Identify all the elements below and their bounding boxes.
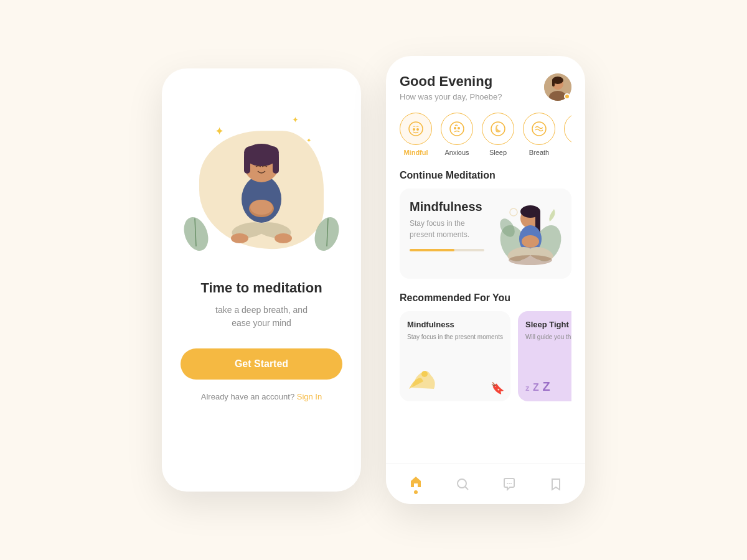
sparkle-icon-1: ✦: [215, 124, 224, 138]
main-title: Time to meditation: [200, 280, 322, 296]
svg-point-11: [250, 200, 273, 215]
svg-point-48: [510, 483, 512, 484]
mood-item-anxious[interactable]: Anxious: [441, 113, 473, 156]
svg-point-47: [509, 483, 510, 484]
mood-item-breath[interactable]: Breath: [523, 113, 555, 156]
mood-mindful-label: Mindful: [403, 149, 428, 156]
recommended-section-title: Recommended For You: [400, 292, 571, 304]
rec-card-1-figure: [406, 363, 440, 396]
sparkle-icon-2: ✦: [292, 115, 299, 124]
svg-point-28: [491, 122, 505, 136]
svg-point-25: [450, 122, 464, 136]
continue-section-title: Continue Meditation: [400, 170, 571, 181]
meditation-illustration: [209, 109, 314, 252]
greeting-title: Good Evening: [400, 73, 502, 90]
home-icon: [409, 475, 423, 488]
rec-card-1-bookmark: 🔖: [491, 381, 504, 395]
rec-card-2-title: Sleep Tight: [525, 320, 571, 329]
recommended-scroll: Mindfulness Stay focus in the present mo…: [400, 311, 571, 406]
illustration-area: ✦ ✦ ✦: [181, 87, 342, 274]
svg-point-38: [522, 235, 539, 248]
mood-row: Mindful Anxious: [400, 113, 571, 156]
mood-breath-label: Breath: [529, 149, 549, 156]
svg-rect-21: [552, 79, 555, 86]
search-icon: [456, 477, 469, 491]
svg-point-26: [454, 127, 456, 129]
nav-search[interactable]: [456, 477, 469, 491]
get-started-button[interactable]: Get Started: [181, 348, 342, 380]
mood-anxious-icon: [441, 113, 473, 145]
mood-anxious-label: Anxious: [444, 149, 469, 156]
mood-sleep-label: Sleep: [489, 149, 507, 156]
svg-point-2: [311, 214, 339, 253]
zzz-icon: z Z Z: [525, 380, 550, 394]
header-row: Good Evening How was your day, Phoebe?: [400, 73, 571, 101]
greeting-subtitle: How was your day, Phoebe?: [400, 92, 502, 101]
nav-chat[interactable]: [502, 477, 516, 491]
mood-breath-icon: [523, 113, 555, 145]
greeting-block: Good Evening How was your day, Phoebe?: [400, 73, 502, 101]
main-subtitle: take a deep breath, andease your mind: [215, 304, 308, 330]
mood-relax-icon: [564, 113, 571, 145]
svg-point-42: [510, 208, 517, 216]
svg-point-27: [458, 127, 460, 129]
progress-bar-bg: [410, 249, 484, 251]
bottom-nav: [386, 464, 585, 504]
mood-mindful-icon: [400, 113, 432, 145]
nav-bookmark[interactable]: [549, 477, 563, 491]
mood-sleep-icon: [482, 113, 514, 145]
avatar-status-dot: [564, 93, 570, 100]
avatar-wrapper[interactable]: [544, 73, 571, 101]
rec-card-mindfulness[interactable]: Mindfulness Stay focus in the present mo…: [400, 311, 510, 401]
svg-rect-9: [244, 146, 279, 159]
nav-home-dot: [414, 490, 418, 494]
svg-point-14: [231, 233, 248, 243]
svg-line-45: [465, 487, 468, 490]
svg-point-15: [275, 233, 292, 243]
meditation-card-desc: Stay focus in the present moments.: [410, 218, 491, 240]
svg-point-22: [409, 122, 423, 136]
chat-icon: [502, 477, 516, 491]
svg-point-43: [421, 371, 428, 377]
svg-point-41: [509, 255, 552, 265]
nav-home[interactable]: [409, 475, 423, 494]
svg-point-44: [458, 479, 466, 488]
signin-text: Already have an account? Sign In: [201, 392, 322, 401]
signin-link[interactable]: Sign In: [297, 392, 322, 401]
right-content: Good Evening How was your day, Phoebe?: [386, 56, 585, 464]
card-illustration: [495, 197, 566, 274]
sparkle-icon-3: ✦: [306, 137, 311, 144]
mood-item-sleep[interactable]: Sleep: [482, 113, 514, 156]
left-phone: ✦ ✦ ✦ Time to meditation take a deep bre…: [162, 68, 361, 492]
rec-card-1-title: Mindfulness: [407, 320, 503, 329]
svg-point-46: [507, 483, 508, 484]
right-phone: Good Evening How was your day, Phoebe?: [386, 56, 585, 504]
mood-item-mindful[interactable]: Mindful: [400, 113, 432, 156]
bookmark-nav-icon: [549, 477, 563, 491]
svg-point-24: [416, 128, 419, 131]
progress-bar-fill: [410, 249, 454, 251]
svg-point-23: [413, 128, 415, 131]
svg-point-29: [532, 122, 546, 136]
rec-card-1-desc: Stay focus in the present moments: [407, 333, 503, 342]
rec-card-2-desc: Will guide you thru deep best sleep qual…: [525, 333, 571, 342]
mood-item-relax[interactable]: Relax: [564, 113, 571, 156]
meditation-card[interactable]: Mindfulness Stay focus in the present mo…: [400, 189, 571, 279]
rec-card-sleep[interactable]: Sleep Tight Will guide you thru deep bes…: [518, 311, 571, 401]
